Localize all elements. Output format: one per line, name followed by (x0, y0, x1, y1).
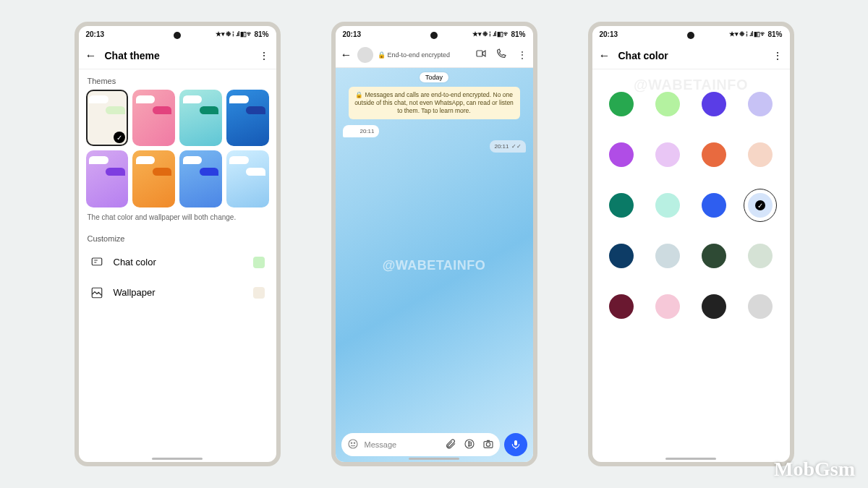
color-option-2[interactable] (702, 92, 726, 116)
phone-chat-preview: 20:13 ★ ▾ ❉ ⫶ .ıl ▮▯ ᯤ 81% ← 🔒 End-to-en… (331, 22, 537, 466)
nav-bar-hint (152, 458, 203, 460)
app-bar: ← Chat theme (79, 42, 276, 69)
themes-grid: ✓ (79, 90, 276, 207)
wallpaper-icon (90, 286, 103, 299)
lock-icon: 🔒 (355, 91, 363, 98)
sticker-icon[interactable] (347, 438, 359, 451)
status-icons: ★ ▾ ❉ ⫶ .ıl ▮▯ ᯤ (472, 30, 510, 38)
color-option-14[interactable] (702, 244, 726, 268)
row-wallpaper[interactable]: Wallpaper (79, 278, 276, 308)
payment-icon[interactable] (464, 438, 475, 451)
color-option-18[interactable] (702, 294, 726, 319)
color-option-7[interactable] (748, 142, 773, 167)
watermark: @WABETAINFO (383, 257, 486, 273)
theme-option-6[interactable] (179, 150, 222, 207)
color-option-10[interactable] (702, 193, 726, 218)
status-bar: 20:13 ★ ▾ ❉ ⫶ .ıl ▮▯ ᯤ 81% (336, 26, 533, 42)
message-placeholder: Message (365, 440, 397, 449)
row-chat-color[interactable]: Chat color (79, 247, 276, 278)
message-in[interactable]: 20:11 (336, 124, 533, 139)
status-battery: 81% (254, 30, 268, 38)
themes-section: Themes ✓ The chat color and wallpaper wi… (79, 69, 276, 227)
color-option-9[interactable] (655, 193, 680, 218)
more-icon[interactable] (771, 50, 784, 61)
encryption-label[interactable]: 🔒 End-to-end encrypted (378, 51, 451, 59)
encryption-banner-text: Messages and calls are end-to-end encryp… (354, 91, 514, 114)
color-option-16[interactable] (609, 294, 634, 319)
row-wallpaper-label: Wallpaper (114, 287, 156, 298)
nav-bar-hint (409, 458, 459, 460)
color-grid: @WABETAINFO (592, 69, 790, 462)
status-right: ★ ▾ ❉ ⫶ .ıl ▮▯ ᯤ 81% (472, 30, 526, 38)
themes-label: Themes (79, 69, 276, 90)
color-option-8[interactable] (609, 193, 634, 218)
wallpaper-swatch (253, 287, 265, 299)
color-option-11[interactable] (748, 193, 773, 218)
theme-option-2[interactable] (179, 90, 222, 146)
back-icon[interactable]: ← (598, 49, 611, 62)
theme-option-3[interactable] (226, 90, 269, 146)
themes-help: The chat color and wallpaper will both c… (79, 207, 276, 227)
read-ticks-icon: ✓✓ (511, 143, 522, 150)
phone-chat-color: 20:13 ★ ▾ ❉ ⫶ .ıl ▮▯ ᯤ 81% ← Chat color … (588, 22, 794, 466)
more-icon[interactable] (516, 49, 529, 61)
row-chat-color-label: Chat color (114, 257, 156, 267)
status-battery: 81% (767, 30, 782, 38)
customize-label: Customize (79, 227, 276, 247)
svg-rect-9 (514, 440, 517, 445)
avatar[interactable] (357, 47, 373, 63)
color-option-12[interactable] (609, 244, 634, 268)
check-icon: ✓ (114, 132, 125, 143)
chat-color-icon (90, 256, 103, 269)
phone-chat-theme: 20:13 ★ ▾ ❉ ⫶ .ıl ▮▯ ᯤ 81% ← Chat theme … (75, 22, 281, 466)
camera-icon[interactable] (482, 438, 494, 451)
input-bar: Message (341, 433, 527, 456)
date-chip: Today (420, 72, 448, 82)
theme-option-4[interactable] (86, 150, 129, 207)
color-option-15[interactable] (748, 244, 773, 268)
status-icons: ★ ▾ ❉ ⫶ .ıl ▮▯ ᯤ (729, 30, 767, 38)
nav-bar-hint (665, 458, 716, 460)
more-icon[interactable] (258, 50, 271, 61)
color-option-3[interactable] (748, 92, 773, 116)
back-icon[interactable]: ← (340, 48, 353, 61)
message-out[interactable]: 20:11✓✓ (336, 139, 533, 154)
voice-call-icon[interactable] (495, 48, 507, 62)
status-time: 20:13 (343, 30, 362, 38)
color-option-0[interactable] (609, 92, 634, 116)
theme-option-1[interactable] (132, 90, 175, 146)
encryption-text: End-to-end encrypted (388, 51, 451, 59)
status-right: ★ ▾ ❉ ⫶ .ıl ▮▯ ᯤ 81% (729, 30, 783, 38)
theme-option-0[interactable]: ✓ (86, 90, 129, 146)
back-icon[interactable]: ← (85, 49, 98, 62)
color-option-1[interactable] (655, 92, 680, 116)
page-title: Chat color (618, 50, 668, 61)
message-input[interactable]: Message (341, 433, 500, 456)
chat-wallpaper: Today 🔒 Messages and calls are end-to-en… (336, 68, 533, 462)
color-option-19[interactable] (748, 294, 773, 319)
color-option-5[interactable] (655, 142, 680, 167)
svg-point-5 (354, 442, 354, 443)
svg-rect-2 (477, 51, 482, 56)
attach-icon[interactable] (445, 438, 456, 451)
status-time: 20:13 (86, 30, 105, 38)
theme-option-7[interactable] (226, 150, 269, 207)
color-option-4[interactable] (609, 142, 634, 167)
mic-button[interactable] (504, 433, 527, 456)
site-watermark: MobGsm (774, 458, 855, 481)
header-actions (475, 48, 529, 62)
svg-rect-0 (92, 258, 102, 265)
theme-option-5[interactable] (132, 150, 175, 207)
app-bar: ← Chat color (592, 42, 790, 69)
lock-icon: 🔒 (378, 51, 386, 59)
status-right: ★ ▾ ❉ ⫶ .ıl ▮▯ ᯤ 81% (216, 30, 269, 38)
svg-point-3 (349, 440, 357, 448)
encryption-banner[interactable]: 🔒 Messages and calls are end-to-end encr… (349, 87, 520, 119)
color-option-17[interactable] (655, 294, 680, 319)
color-option-13[interactable] (655, 244, 680, 268)
svg-point-8 (486, 442, 490, 446)
chat-color-swatch (253, 257, 265, 268)
msg-out-time: 20:11 (494, 143, 509, 150)
color-option-6[interactable] (702, 142, 726, 167)
video-call-icon[interactable] (475, 48, 487, 62)
